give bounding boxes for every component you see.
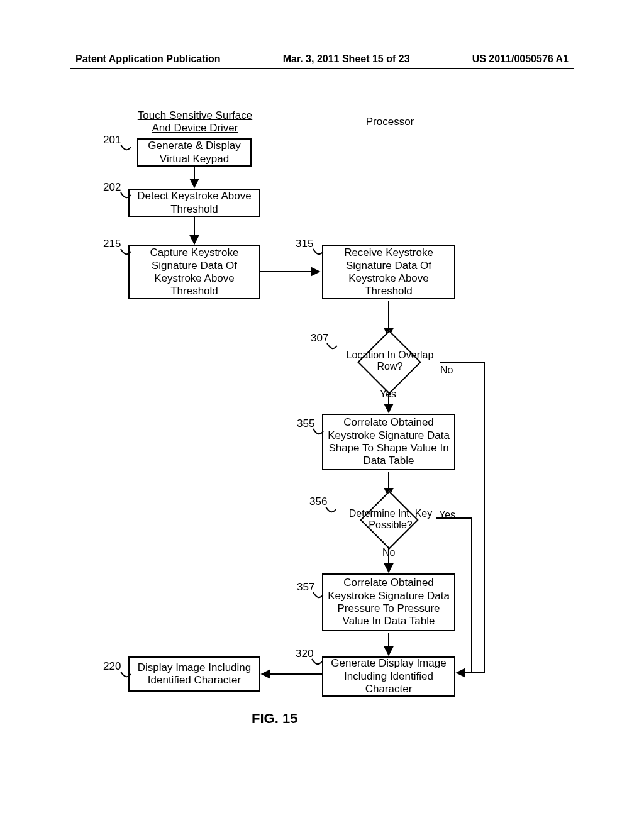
decision-int-key <box>360 490 418 549</box>
branch-no: No <box>382 547 395 558</box>
ref-202: 202 <box>103 181 121 194</box>
callout-icon <box>312 248 325 259</box>
column-heading-right: Processor <box>352 116 428 128</box>
callout-icon <box>119 191 132 202</box>
box-text: Detect Keystroke Above Threshold <box>133 190 255 216</box>
ref-215: 215 <box>103 238 121 250</box>
callout-icon <box>312 591 325 602</box>
step-correlate-shape: Correlate Obtained Keystroke Signature D… <box>322 414 455 470</box>
step-detect-keystroke: Detect Keystroke Above Threshold <box>128 189 260 217</box>
box-text: Generate Display Image Including Identif… <box>327 657 450 695</box>
callout-icon <box>312 428 325 439</box>
header-right: US 2011/0050576 A1 <box>472 53 569 65</box>
column-heading-left: Touch Sensitive Surface And Device Drive… <box>132 109 258 135</box>
ref-201: 201 <box>103 134 121 147</box>
callout-icon <box>119 248 132 259</box>
step-generate-display: Generate Display Image Including Identif… <box>322 656 455 697</box>
box-text: Correlate Obtained Keystroke Signature D… <box>327 416 450 468</box>
box-text: Receive Keystroke Signature Data Of Keys… <box>327 246 450 298</box>
ref-220: 220 <box>103 660 121 673</box>
decision-overlap-row <box>357 330 421 394</box>
box-text: Capture Keystroke Signature Data Of Keys… <box>133 246 255 298</box>
callout-icon <box>119 670 132 682</box>
ref-315: 315 <box>296 238 313 250</box>
page-header: Patent Application Publication Mar. 3, 2… <box>75 53 569 65</box>
callout-icon <box>119 143 132 155</box>
step-display-image: Display Image Including Identified Chara… <box>128 656 260 692</box>
branch-no: No <box>440 365 453 376</box>
callout-icon <box>311 658 323 669</box>
header-mid: Mar. 3, 2011 Sheet 15 of 23 <box>283 53 410 65</box>
step-receive-signature: Receive Keystroke Signature Data Of Keys… <box>322 245 455 299</box>
callout-icon <box>325 506 337 517</box>
callout-icon <box>326 342 338 353</box>
step-generate-keypad: Generate & Display Virtual Keypad <box>137 138 252 167</box>
step-correlate-pressure: Correlate Obtained Keystroke Signature D… <box>322 573 455 631</box>
box-text: Generate & Display Virtual Keypad <box>142 140 247 165</box>
step-capture-signature: Capture Keystroke Signature Data Of Keys… <box>128 245 260 299</box>
header-left: Patent Application Publication <box>75 53 221 65</box>
box-text: Correlate Obtained Keystroke Signature D… <box>327 577 450 628</box>
box-text: Display Image Including Identified Chara… <box>133 661 255 687</box>
page: Patent Application Publication Mar. 3, 2… <box>0 0 644 830</box>
figure-caption: FIG. 15 <box>252 711 297 727</box>
branch-yes: Yes <box>380 389 396 400</box>
branch-yes: Yes <box>439 509 455 521</box>
header-rule <box>70 68 574 69</box>
